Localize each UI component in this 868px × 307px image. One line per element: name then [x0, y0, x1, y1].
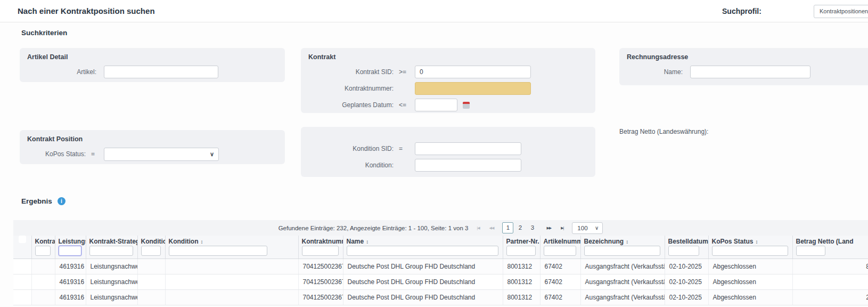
row-select-cell[interactable]	[13, 290, 31, 305]
results-table: KontralLeistungsnaKontrakt-StrategieKond…	[13, 236, 868, 305]
cell-bestelldatum: 02-10-2025	[665, 274, 708, 290]
panel-heading: Kontrakt	[308, 53, 588, 61]
filter-input-betrag_netto[interactable]	[796, 246, 825, 256]
betrag-netto-label: Betrag Netto (Landeswährung):	[619, 128, 708, 135]
sort-icon[interactable]	[756, 239, 758, 245]
column-label-bestelldatum[interactable]: Bestelldatum	[665, 236, 708, 246]
filter-input-kopos_status[interactable]	[712, 246, 788, 256]
table-row[interactable]: 4619316Leistungsnachweis704125002367Deut…	[13, 290, 868, 305]
cell-kopos_status: Abgeschlossen	[708, 274, 792, 290]
kondition-input[interactable]	[415, 159, 521, 172]
rechnungsadresse-name-input[interactable]	[690, 66, 810, 78]
calendar-icon[interactable]	[463, 102, 470, 109]
table-row[interactable]: 4619316Leistungsnachweis704125002367Deut…	[13, 259, 868, 274]
filter-input-name[interactable]	[347, 246, 498, 256]
geplantes-datum-input[interactable]	[415, 99, 457, 111]
cell-bezeichnung: Ausgangsfracht (Verkaufsständer)	[580, 259, 665, 274]
panel-kontrakt: Kontrakt Kontrakt SID: >= Kontraktnummer…	[301, 48, 595, 113]
kondition-sid-label: Kondition SID:	[308, 145, 394, 152]
cell-name: Deutsche Post DHL Group FHD Deutschland	[343, 290, 503, 305]
name-label: Name:	[627, 68, 683, 76]
previous-page-icon[interactable]	[488, 226, 495, 230]
suchkriterien-heading: Suchkriterien	[21, 29, 67, 37]
artikel-input[interactable]	[104, 66, 218, 78]
column-label-kondition_sid: Kondition SI	[138, 236, 165, 246]
cell-betrag_netto: 8,50	[792, 259, 868, 274]
page-title: Nach einer Kontraktposition suchen	[18, 0, 155, 22]
geplantes-datum-label: Geplantes Datum:	[308, 101, 394, 109]
kontraktnummer-input[interactable]	[415, 82, 531, 95]
page-size-select[interactable]: 100	[572, 222, 603, 234]
info-icon[interactable]	[58, 197, 65, 205]
cell-kondition	[165, 274, 298, 290]
page-button-2[interactable]: 2	[514, 222, 526, 233]
row-select-cell[interactable]	[13, 259, 31, 274]
artikel-label: Artikel:	[27, 68, 96, 76]
cell-artikelnummer: 67402	[540, 259, 580, 274]
page-size-value: 100	[577, 225, 587, 231]
kontrakt-sid-input[interactable]	[415, 66, 531, 78]
column-header-artikelnummer: Artikelnummer	[540, 236, 580, 259]
filter-input-leistungsnachweis[interactable]	[59, 246, 81, 256]
cell-betrag_netto: 2,31	[792, 290, 868, 305]
filter-input-artikelnummer[interactable]	[544, 246, 576, 256]
panel-kontrakt-position: Kontrakt Position KoPos Status: =	[20, 130, 285, 164]
kontrakt-sid-label: Kontrakt SID:	[308, 68, 394, 76]
cell-kondition	[165, 290, 298, 305]
cell-kontraktnummer: 704125002367	[298, 274, 343, 290]
cell-kopos_status: Abgeschlossen	[708, 290, 792, 305]
cell-kondition	[165, 259, 298, 274]
column-header-betrag_netto: Betrag Netto (Land	[792, 236, 868, 259]
cell-artikelnummer: 67402	[540, 290, 580, 305]
page-button-1[interactable]: 1	[502, 222, 513, 233]
panel-heading: Artikel Detail	[27, 53, 277, 61]
kontrakt-sid-operator: >=	[394, 68, 415, 76]
ergebnis-heading: Ergebnis	[21, 197, 65, 205]
results-block: Gefundene Einträge: 232, Angezeigte Eint…	[13, 220, 868, 307]
column-label-partner_nr: Partner-Nr.	[503, 236, 540, 246]
filter-input-kontrakt[interactable]	[35, 246, 51, 256]
kondition-sid-operator: =	[394, 145, 415, 152]
cell-kontrakt	[31, 274, 55, 290]
topbar: Nach einer Kontraktposition suchen Suchp…	[0, 0, 868, 22]
filter-input-kondition_sid[interactable]	[141, 246, 161, 256]
cell-kontrakt_strategie: Leistungsnachweis	[86, 274, 137, 290]
column-header-kontrakt: Kontral	[31, 236, 55, 259]
column-label-artikelnummer[interactable]: Artikelnummer	[541, 236, 580, 246]
chevron-down-icon	[210, 148, 214, 160]
sort-icon[interactable]	[200, 239, 203, 245]
column-label-name[interactable]: Name	[343, 236, 503, 246]
filter-input-kontrakt_strategie[interactable]	[89, 246, 133, 256]
kontraktnummer-label: Kontraktnummer:	[308, 85, 394, 92]
kopos-status-operator: =	[86, 150, 104, 158]
cell-kontrakt	[31, 290, 55, 305]
column-header-kopos_status: KoPos Status	[708, 236, 792, 259]
first-page-icon[interactable]	[476, 226, 480, 230]
kopos-status-select[interactable]	[104, 148, 219, 161]
column-label-bezeichnung[interactable]: Bezeichnung	[581, 236, 665, 246]
column-header-kontrakt_strategie: Kontrakt-Strategie	[86, 236, 137, 259]
suchprofil-label: Suchprofil:	[722, 0, 761, 22]
last-page-icon[interactable]	[560, 226, 564, 230]
kondition-sid-input[interactable]	[415, 142, 521, 155]
filter-input-kondition[interactable]	[169, 246, 267, 256]
column-label-kopos_status[interactable]: KoPos Status	[709, 236, 792, 246]
table-row[interactable]: 4619316Leistungsnachweis704125002367Deut…	[13, 274, 868, 290]
row-select-cell[interactable]	[13, 274, 31, 290]
panel-artikel-detail: Artikel Detail Artikel:	[20, 48, 285, 82]
column-label-kondition[interactable]: Kondition	[166, 236, 298, 246]
cell-partner_nr: 8001312	[503, 290, 540, 305]
sort-icon[interactable]	[366, 239, 369, 245]
next-page-icon[interactable]	[545, 226, 552, 230]
select-all-checkbox[interactable]	[19, 236, 26, 243]
filter-input-bestelldatum[interactable]	[668, 246, 699, 256]
column-label-kontrakt_strategie: Kontrakt-Strategie	[86, 236, 137, 246]
filter-input-partner_nr[interactable]	[506, 246, 536, 256]
filter-input-kontraktnummer[interactable]	[302, 246, 339, 256]
page-button-3[interactable]: 3	[527, 222, 538, 233]
suchprofil-select[interactable]: Kontraktpositionen	[814, 5, 868, 18]
cell-leistungsnachweis: 4619316	[55, 259, 86, 274]
filter-input-bezeichnung[interactable]	[584, 246, 660, 256]
sort-icon[interactable]	[626, 239, 628, 245]
cell-kontrakt_strategie: Leistungsnachweis	[86, 259, 137, 274]
